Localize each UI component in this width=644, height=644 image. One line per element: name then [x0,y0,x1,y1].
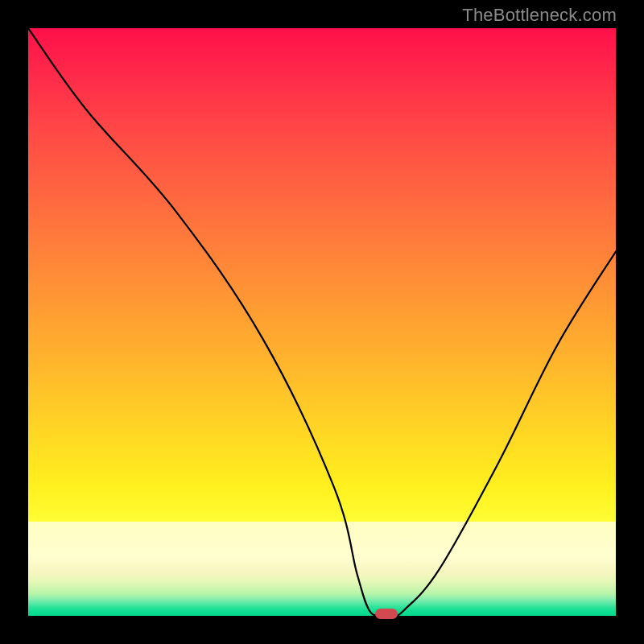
plot-area [28,28,616,616]
bottleneck-curve [28,28,616,616]
chart-frame: TheBottleneck.com [0,0,644,644]
optimal-marker [375,609,398,619]
watermark-text: TheBottleneck.com [462,5,617,26]
